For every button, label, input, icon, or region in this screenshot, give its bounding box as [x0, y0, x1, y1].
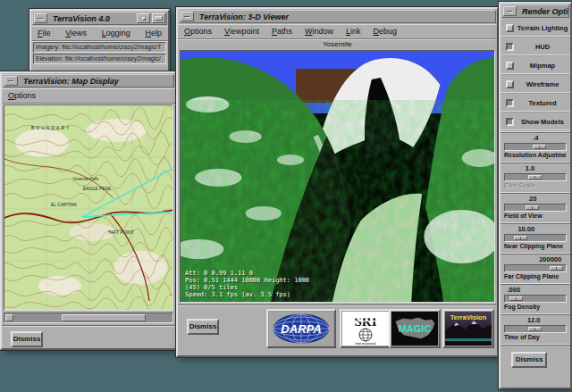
slider-value: 12.0 [527, 316, 541, 324]
slider-thumb[interactable] [550, 266, 563, 271]
terrain-3d-canvas[interactable]: Att: 0 0.99 1.11 0 Pos: 0.51 1444 10000 … [180, 50, 495, 303]
menu-paths[interactable]: Paths [272, 27, 292, 36]
window-menu-icon[interactable] [181, 12, 194, 21]
slider-thumb[interactable] [528, 327, 542, 331]
scrollbar-thumb[interactable] [62, 314, 146, 321]
map-dismiss-button[interactable]: Dismiss [11, 331, 43, 347]
toggle-mipmap[interactable]: Mipmap [500, 56, 570, 75]
topo-map-canvas[interactable]: BOUNDARY Yosemite Falls EAGLE PEAK EL CA… [4, 104, 173, 311]
menu-views[interactable]: Views [65, 29, 87, 38]
svg-text:EAGLE PEAK: EAGLE PEAK [83, 186, 112, 191]
topo-map-svg: BOUNDARY Yosemite Falls EAGLE PEAK EL CA… [4, 105, 173, 311]
titlebar-render-options[interactable]: Render Options [501, 4, 569, 18]
slider-thumb[interactable] [514, 236, 527, 240]
toggle-indicator-icon[interactable] [506, 99, 514, 107]
darpa-logo: DARPA [266, 309, 336, 348]
menubar-viewer: Options Viewpoint Paths Window Link Debu… [178, 24, 497, 39]
toggle-indicator-icon[interactable] [506, 80, 514, 88]
slider-track[interactable] [504, 264, 567, 272]
window-title-viewer: TerraVision: 3-D Viewer [195, 13, 495, 21]
slider-fog-density: .000 Fog Density [500, 283, 570, 313]
elevation-url-field[interactable]: Elevation: file://localhost/home/crazy2/… [33, 54, 166, 64]
render-button-panel: Dismiss [500, 344, 570, 378]
titlebar-map[interactable]: TerraVision: Map Display [3, 74, 174, 88]
terrain-svg [181, 51, 495, 303]
slider-value: 1.0 [526, 164, 534, 172]
slider-time-of-day: 12.0 Time of Day [500, 313, 570, 344]
menubar-map: Options [2, 88, 175, 104]
slider-value: .4 [533, 134, 538, 142]
svg-text:TAFT POINT: TAFT POINT [108, 229, 134, 235]
slider-track[interactable] [504, 204, 567, 212]
toggle-wireframe[interactable]: Wireframe [500, 75, 570, 94]
toggle-indicator-icon[interactable] [506, 43, 514, 51]
window-render-options: Render Options Terrain Lighting HUD Mipm… [499, 2, 572, 389]
maximize-icon[interactable] [152, 13, 165, 23]
map-horizontal-scrollbar[interactable] [4, 313, 173, 323]
slider-field-of-view: 20 Field of View [500, 192, 570, 222]
slider-value: .000 [508, 286, 521, 294]
hud-position: Pos: 0.51 1444 10000 Height: 1000 [185, 277, 309, 284]
menu-viewpoint[interactable]: Viewpoint [224, 27, 259, 36]
toggle-indicator-icon[interactable] [506, 24, 514, 32]
menu-debug[interactable]: Debug [374, 27, 398, 36]
imagery-url-field[interactable]: Imagery: file://localhost/home/crazy2/ma… [33, 42, 166, 53]
terravision-logo: TerraVision [442, 309, 494, 348]
toggle-hud[interactable]: HUD [500, 38, 570, 56]
hud-readout: Att: 0 0.99 1.11 0 Pos: 0.51 1444 10000 … [185, 270, 309, 298]
menubar-main: File Views Logging Help [31, 26, 168, 41]
map-button-panel: Dismiss [2, 325, 175, 354]
svg-text:International: International [355, 341, 375, 346]
window-menu-icon[interactable] [503, 6, 517, 16]
toggle-indicator-icon[interactable] [506, 118, 514, 126]
menu-file[interactable]: File [38, 29, 51, 38]
minimize-icon[interactable] [137, 13, 150, 23]
toggle-show-models[interactable]: Show Models [500, 113, 570, 131]
titlebar-viewer[interactable]: TerraVision: 3-D Viewer [179, 10, 496, 23]
slider-value: 200000 [539, 255, 561, 263]
scrollbar-left-button[interactable] [5, 314, 13, 321]
slider-track[interactable] [504, 173, 567, 181]
slider-thumb[interactable] [526, 205, 539, 210]
window-title-main: TerraVision 4.0 [48, 14, 136, 23]
slider-track[interactable] [504, 234, 567, 242]
svg-text:DARPA: DARPA [281, 322, 321, 336]
toggle-indicator-icon[interactable] [506, 62, 514, 70]
slider-value: 20 [529, 195, 536, 203]
titlebar-main[interactable]: TerraVision 4.0 [32, 12, 167, 25]
hud-speed: Speed: 3.1 fps (av. 3.5 fps) [185, 291, 309, 298]
slider-track[interactable] [504, 325, 567, 333]
magic-logo: MAGIC [389, 309, 441, 348]
render-dismiss-button[interactable]: Dismiss [511, 352, 547, 368]
viewer-button-panel: Dismiss DARPA SRI [178, 304, 497, 354]
window-menu-icon[interactable] [34, 13, 47, 23]
slider-thumb[interactable] [533, 145, 546, 149]
menu-options[interactable]: Options [8, 91, 36, 100]
slider-thumb[interactable] [528, 175, 542, 179]
window-3d-viewer: TerraVision: 3-D Viewer Options Viewpoin… [176, 7, 499, 357]
menu-link[interactable]: Link [346, 27, 361, 36]
location-label: Yosemite [178, 39, 497, 50]
menu-logging[interactable]: Logging [102, 29, 130, 38]
window-terravision-main: TerraVision 4.0 File Views Logging Help … [29, 9, 170, 77]
window-title-map: TerraVision: Map Display [19, 77, 173, 86]
slider-thumb[interactable] [509, 296, 523, 301]
window-map-display: TerraVision: Map Display Options [0, 71, 177, 350]
hud-tiles: (45) 0/5 tiles [185, 284, 309, 291]
slider-far-clipping-plane: 200000 Far Clipping Plane [500, 253, 570, 283]
menu-options[interactable]: Options [184, 27, 212, 36]
viewer-dismiss-button[interactable]: Dismiss [187, 319, 219, 335]
slider-track[interactable] [504, 143, 567, 151]
toggle-terrain-lighting[interactable]: Terrain Lighting [500, 19, 570, 38]
slider-resolution-adjustment: .4 Resolution Adjustment [500, 131, 570, 162]
menu-window[interactable]: Window [305, 27, 333, 36]
window-menu-icon[interactable] [4, 76, 18, 86]
svg-text:Yosemite Falls: Yosemite Falls [72, 177, 99, 181]
slider-elev-scale: 1.0 Elev Scale [500, 162, 570, 192]
svg-text:BOUNDARY: BOUNDARY [31, 125, 71, 130]
menu-help[interactable]: Help [145, 29, 162, 38]
slider-near-clipping-plane: 10.00 Near Clipping Plane [500, 222, 570, 253]
slider-track[interactable] [504, 295, 567, 303]
toggle-textured[interactable]: Textured [500, 94, 570, 113]
window-title-render-options: Render Options [517, 7, 568, 16]
